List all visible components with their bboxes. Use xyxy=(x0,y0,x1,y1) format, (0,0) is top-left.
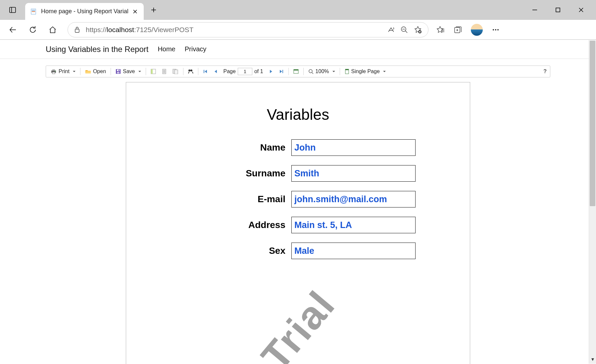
report-title: Variables xyxy=(126,106,470,123)
field-label-sex: Sex xyxy=(172,246,291,256)
zoom-button[interactable]: 100% xyxy=(306,68,338,75)
resources-panel-button[interactable] xyxy=(170,68,181,75)
last-page-button[interactable] xyxy=(276,68,286,75)
scroll-down-arrow-icon[interactable]: ▾ xyxy=(589,356,596,362)
svg-rect-37 xyxy=(117,72,120,73)
nav-link-privacy[interactable]: Privacy xyxy=(185,45,207,53)
svg-marker-51 xyxy=(280,70,282,73)
svg-point-55 xyxy=(309,69,312,73)
save-label: Save xyxy=(123,68,135,74)
field-row-sex: Sex Male xyxy=(172,243,424,259)
view-mode-button[interactable]: Single Page xyxy=(342,68,388,75)
save-button[interactable]: Save xyxy=(113,68,143,75)
svg-rect-10 xyxy=(556,8,560,12)
magnifier-icon xyxy=(308,69,314,74)
scrollbar-thumb[interactable] xyxy=(590,41,595,206)
svg-rect-54 xyxy=(294,69,298,70)
report-page: Variables Name John Surname Smith E-mail… xyxy=(126,82,470,364)
parameters-panel-button[interactable] xyxy=(159,68,169,75)
svg-point-29 xyxy=(495,29,496,30)
home-button[interactable] xyxy=(44,22,61,38)
open-label: Open xyxy=(93,68,106,74)
window-controls xyxy=(523,0,596,20)
browser-tab[interactable]: Home page - Using Report Varial xyxy=(25,3,144,20)
minimize-button[interactable] xyxy=(523,0,546,20)
page-viewport: Using Variables in the Report Home Priva… xyxy=(0,40,596,364)
svg-line-56 xyxy=(312,72,313,74)
nav-link-home[interactable]: Home xyxy=(158,45,175,53)
page-number-input[interactable]: 1 xyxy=(238,68,252,75)
tab-actions-button[interactable] xyxy=(0,0,25,20)
more-menu-button[interactable] xyxy=(487,22,504,38)
next-page-button[interactable] xyxy=(267,68,276,75)
field-row-surname: Surname Smith xyxy=(172,165,424,182)
field-value-sex: Male xyxy=(291,243,416,259)
field-label-name: Name xyxy=(172,142,291,153)
page-favicon-icon xyxy=(30,8,37,15)
svg-line-17 xyxy=(405,31,407,33)
favorites-button[interactable] xyxy=(432,22,448,38)
page-label: Page xyxy=(224,68,236,74)
field-label-address: Address xyxy=(172,220,291,230)
field-value-name: John xyxy=(291,139,416,156)
field-label-email: E-mail xyxy=(172,194,291,205)
svg-rect-33 xyxy=(52,72,55,74)
field-value-surname: Smith xyxy=(291,165,416,182)
maximize-button[interactable] xyxy=(546,0,570,20)
address-bar[interactable]: https://localhost:7125/ViewerPOST xyxy=(68,22,428,37)
find-button[interactable] xyxy=(185,68,196,75)
printer-icon xyxy=(51,69,57,74)
folder-open-icon xyxy=(85,69,91,74)
svg-marker-50 xyxy=(270,70,272,73)
fullscreen-button[interactable] xyxy=(291,68,301,75)
zoom-out-icon[interactable] xyxy=(400,26,408,34)
field-value-address: Main st. 5, LA xyxy=(291,217,416,233)
first-page-button[interactable] xyxy=(200,68,210,75)
report-fields: Name John Surname Smith E-mail john.smit… xyxy=(172,139,424,259)
svg-rect-38 xyxy=(118,70,119,71)
browser-tab-strip: Home page - Using Report Varial xyxy=(0,0,596,20)
svg-marker-49 xyxy=(215,70,217,73)
svg-rect-40 xyxy=(151,69,153,74)
single-page-icon xyxy=(345,69,349,74)
field-row-name: Name John xyxy=(172,139,424,156)
svg-point-30 xyxy=(497,29,499,30)
close-tab-icon[interactable] xyxy=(132,9,138,14)
page-indicator: Page 1 of 1 xyxy=(221,67,266,76)
svg-rect-46 xyxy=(174,70,178,74)
tab-title: Home page - Using Report Varial xyxy=(41,8,128,15)
collections-button[interactable] xyxy=(450,22,466,38)
vertical-scrollbar[interactable]: ▾ xyxy=(589,40,596,364)
open-button[interactable]: Open xyxy=(82,68,109,75)
prev-page-button[interactable] xyxy=(211,68,220,75)
field-label-surname: Surname xyxy=(172,168,291,179)
field-row-address: Address Main st. 5, LA xyxy=(172,217,424,233)
print-button[interactable]: Print xyxy=(48,68,78,75)
report-canvas: Variables Name John Surname Smith E-mail… xyxy=(46,77,550,364)
help-button[interactable]: ? xyxy=(543,68,547,74)
refresh-button[interactable] xyxy=(25,22,41,38)
print-label: Print xyxy=(59,68,70,74)
svg-point-28 xyxy=(493,29,494,30)
svg-rect-3 xyxy=(32,11,35,12)
svg-point-34 xyxy=(55,71,56,71)
field-row-email: E-mail john.smith@mail.com xyxy=(172,191,424,207)
svg-rect-0 xyxy=(10,7,16,13)
svg-rect-58 xyxy=(345,69,349,70)
view-mode-label: Single Page xyxy=(351,68,380,74)
save-disk-icon xyxy=(116,69,121,74)
svg-rect-32 xyxy=(52,69,55,70)
bookmarks-panel-button[interactable] xyxy=(148,68,159,75)
profile-avatar[interactable] xyxy=(471,24,483,36)
report-toolbar: Print Open Save Page 1 xyxy=(46,66,550,77)
site-info-lock-icon[interactable] xyxy=(74,26,80,33)
trial-watermark: Trial xyxy=(252,282,344,364)
site-navbar: Using Variables in the Report Home Priva… xyxy=(0,40,596,59)
back-button[interactable] xyxy=(5,22,21,38)
add-favorite-icon[interactable] xyxy=(414,25,422,34)
page-total: of 1 xyxy=(254,68,263,74)
url-text: https://localhost:7125/ViewerPOST xyxy=(86,26,382,34)
read-aloud-icon[interactable] xyxy=(387,26,395,34)
close-window-button[interactable] xyxy=(570,0,593,20)
new-tab-button[interactable] xyxy=(144,0,164,20)
